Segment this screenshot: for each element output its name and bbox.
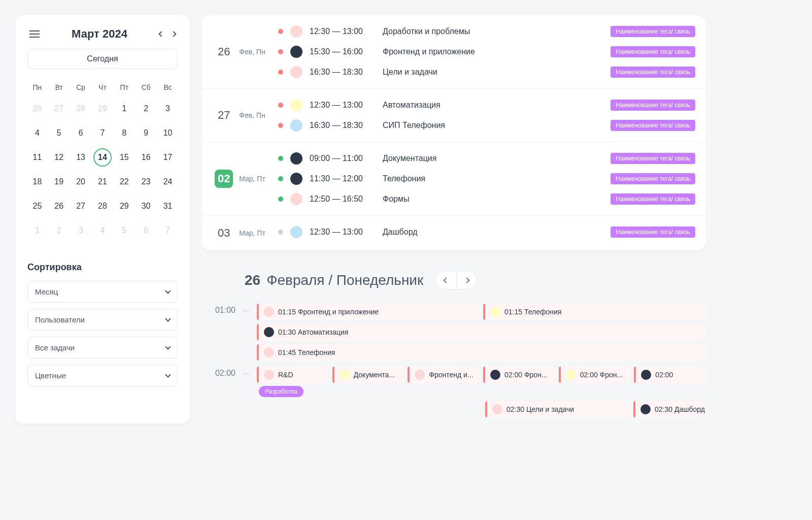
agenda-event-row[interactable]: 11:30 — 12:00 Телефония Наименование тег…	[278, 171, 705, 187]
agenda-event-row[interactable]: 16:30 — 18:30 СИП Телефония Наименование…	[278, 117, 705, 134]
agenda-event-row[interactable]: 09:00 — 11:00 Документация Наименование …	[278, 150, 705, 167]
timeline-event[interactable]: 02:30 Цели и задачи	[485, 401, 629, 417]
timeline-event[interactable]: 01:15 Фронтенд и приложение	[257, 304, 479, 320]
calendar-day[interactable]: 3	[72, 221, 90, 240]
calendar-day[interactable]: 21	[93, 173, 112, 191]
calendar-day[interactable]: 26	[28, 100, 46, 118]
calendar-day[interactable]: 11	[28, 148, 46, 167]
calendar-day[interactable]: 12	[50, 148, 68, 167]
chevron-right-icon	[464, 277, 470, 283]
calendar-day[interactable]: 7	[159, 221, 177, 240]
timeline-event[interactable]: 02:00	[634, 367, 705, 383]
timeline-event[interactable]: Фронтенд и...	[408, 367, 479, 383]
agenda-day-text: Фев, Пн	[239, 48, 265, 56]
calendar-day[interactable]: 23	[137, 173, 155, 191]
next-month-button[interactable]	[170, 30, 178, 38]
calendar-day[interactable]: 2	[50, 221, 68, 240]
day-nav	[435, 271, 478, 289]
chevron-down-icon	[165, 316, 171, 321]
event-title: Дашборд	[383, 228, 603, 237]
calendar-day[interactable]: 29	[93, 100, 112, 118]
sort-select[interactable]: Месяц	[27, 281, 178, 303]
timeline-event[interactable]: 02:30 Дашборд	[633, 401, 705, 417]
timeline-tick	[243, 373, 250, 375]
agenda-event-row[interactable]: 12:50 — 16:50 Формы Наименование тега/ с…	[278, 191, 705, 207]
status-dot	[278, 123, 283, 128]
calendar-day[interactable]: 25	[28, 197, 46, 215]
calendar-day[interactable]: 4	[93, 221, 112, 240]
today-button[interactable]: Сегодня	[27, 49, 178, 69]
calendar-day[interactable]: 29	[115, 197, 133, 215]
avatar	[264, 370, 274, 380]
timeline-event[interactable]: 02:00 Фрон...	[483, 367, 555, 383]
calendar-day[interactable]: 9	[137, 124, 155, 142]
timeline-event[interactable]: Документа...	[332, 367, 404, 383]
sort-select[interactable]: Пользователи	[27, 309, 178, 331]
calendar-day[interactable]: 24	[159, 173, 177, 191]
calendar-day[interactable]: 5	[50, 124, 68, 142]
prev-day-button[interactable]	[436, 271, 457, 289]
calendar-day[interactable]: 6	[72, 124, 90, 142]
event-tag: Наименование тега/ связь	[611, 153, 695, 164]
sort-select[interactable]: Цветные	[27, 365, 178, 386]
timeline-event-text: 02:30 Дашборд	[655, 405, 705, 413]
calendar-day[interactable]: 5	[115, 221, 133, 240]
calendar-day[interactable]: 28	[72, 100, 90, 118]
calendar-day[interactable]: 18	[28, 173, 46, 191]
calendar-day[interactable]: 2	[137, 100, 155, 118]
agenda-day-number: 02	[215, 170, 233, 188]
avatar	[290, 226, 302, 238]
timeline-event[interactable]: 01:15 Телефония	[483, 304, 705, 320]
event-time: 15:30 — 16:00	[310, 47, 376, 56]
timeline-event-text: R&D	[278, 371, 293, 379]
timeline-event[interactable]: 01:45 Телефония	[257, 344, 705, 361]
calendar-day[interactable]: 30	[137, 197, 155, 215]
agenda-event-row[interactable]: 12:30 — 13:00 Дашборд Наименование тега/…	[278, 224, 705, 240]
calendar-day[interactable]: 19	[50, 173, 68, 191]
calendar-day[interactable]: 14	[93, 148, 112, 167]
agenda-event-row[interactable]: 12:30 — 13:00 Автоматизация Наименование…	[278, 97, 705, 113]
calendar-day[interactable]: 22	[115, 173, 133, 191]
calendar-day[interactable]: 28	[93, 197, 112, 215]
sort-select[interactable]: Все задачи	[27, 337, 178, 359]
chevron-down-icon	[165, 288, 171, 294]
timeline-hour-label: 01:00	[207, 304, 235, 315]
timeline-event[interactable]: R&D	[257, 367, 328, 383]
calendar-day[interactable]: 16	[137, 148, 155, 167]
status-dot	[278, 49, 283, 54]
avatar	[290, 99, 302, 111]
calendar-day[interactable]: 1	[28, 221, 46, 240]
timeline-event[interactable]: 01:30 Автоматизация	[257, 324, 705, 340]
calendar-day[interactable]: 27	[50, 100, 68, 118]
agenda-day-text: Мар, Пт	[239, 229, 265, 237]
status-dot	[278, 197, 283, 202]
prev-month-button[interactable]	[157, 30, 165, 38]
calendar-day[interactable]: 26	[50, 197, 68, 215]
calendar-day[interactable]: 27	[72, 197, 90, 215]
calendar-day[interactable]: 3	[159, 100, 177, 118]
avatar	[290, 66, 302, 78]
calendar-day[interactable]: 7	[93, 124, 112, 142]
calendar-day[interactable]: 15	[115, 148, 133, 167]
menu-button[interactable]	[27, 28, 42, 40]
day-detail: 26Февраля / Понедельник 01:0001:15 Фронт…	[202, 271, 705, 424]
agenda-day-number: 27	[215, 106, 233, 124]
agenda-event-row[interactable]: 12:30 — 13:00 Доработки и проблемы Наиме…	[278, 23, 705, 40]
calendar-day[interactable]: 20	[72, 173, 90, 191]
hamburger-icon	[29, 30, 40, 38]
timeline-event-text: 02:30 Цели и задачи	[506, 405, 574, 413]
timeline-event[interactable]: 02:00 Фрон...	[559, 367, 630, 383]
next-day-button[interactable]	[457, 271, 477, 289]
calendar-day[interactable]: 8	[115, 124, 133, 142]
calendar-day[interactable]: 13	[72, 148, 90, 167]
calendar-day[interactable]: 17	[159, 148, 177, 167]
select-label: Все задачи	[35, 343, 75, 352]
agenda-event-row[interactable]: 15:30 — 16:00 Фронтенд и приложение Наим…	[278, 44, 705, 60]
calendar-day[interactable]: 1	[115, 100, 133, 118]
sidebar: Март 2024 Сегодня ПнВтСрЧтПтСбВс26272829…	[15, 15, 190, 424]
calendar-day[interactable]: 6	[137, 221, 155, 240]
calendar-day[interactable]: 10	[159, 124, 177, 142]
calendar-day[interactable]: 31	[159, 197, 177, 215]
agenda-event-row[interactable]: 16:30 — 18:30 Цели и задачи Наименование…	[278, 64, 705, 80]
calendar-day[interactable]: 4	[28, 124, 46, 142]
